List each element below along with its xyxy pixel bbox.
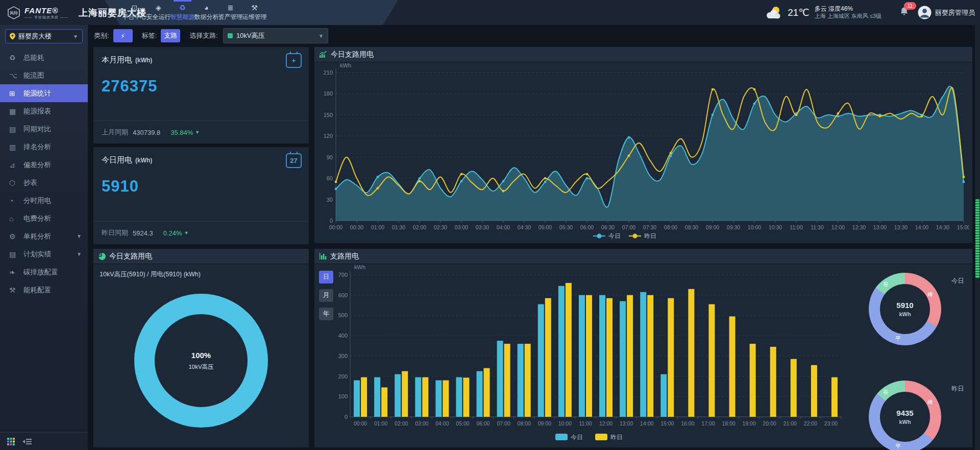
bar-today-07:00 [497, 341, 503, 417]
svg-text:昨日: 昨日 [644, 232, 656, 240]
trend-down-icon: ▼ [195, 130, 200, 135]
donut-subtitle: 10kV高压(5910) / 用电(5910) (kWh) [100, 270, 309, 279]
svg-text:20:00: 20:00 [763, 420, 776, 427]
house-cost-icon: ⌂ [9, 215, 20, 223]
sidebar-item-能流图[interactable]: ⌥能流图 [0, 66, 88, 84]
scrollbar-thumb[interactable] [975, 199, 979, 278]
bar-today-06:00 [477, 371, 483, 417]
sidebar-item-能源报表[interactable]: ▦能源报表 [0, 102, 88, 120]
sidebar-item-label: 排名分析 [23, 143, 51, 152]
report-table-icon: ▦ [9, 107, 20, 115]
nav-item-平台中心[interactable]: ⊡平台中心 [122, 0, 146, 25]
sidebar-item-总能耗[interactable]: ♻总能耗 [0, 49, 88, 66]
notifications-bell[interactable]: 11 [900, 7, 909, 18]
apps-grid-icon[interactable] [7, 438, 15, 445]
notification-count-badge: 11 [904, 2, 916, 10]
recycle-icon: ♻ [9, 54, 20, 62]
sidebar-item-电费分析[interactable]: ⌂电费分析 [0, 209, 88, 227]
svg-text:07:00: 07:00 [497, 420, 510, 427]
card-title: 今日用电 [102, 155, 132, 165]
svg-text:14:00: 14:00 [640, 420, 653, 427]
logo-hexagon-icon: 风特 [7, 6, 20, 19]
svg-text:400: 400 [338, 333, 348, 339]
chevron-down-icon: ▼ [73, 34, 78, 39]
svg-text:16:00: 16:00 [681, 420, 694, 427]
legend-item-今日[interactable]: 今日 [555, 434, 583, 441]
svg-text:09:30: 09:30 [727, 224, 740, 230]
svg-text:11:00: 11:00 [579, 420, 592, 427]
segment-label-谷: 谷 [883, 389, 889, 396]
header-right: 21℃ 多云 湿度46% 上海 上海城区 东南风 ≤3级 11 丽婴房管理员 [764, 0, 975, 25]
nav-item-资产管理[interactable]: ≣资产管理 [218, 0, 242, 25]
sidebar-item-同期对比[interactable]: ▤同期对比 [0, 120, 88, 138]
svg-text:10:00: 10:00 [558, 420, 572, 427]
svg-text:13:00: 13:00 [873, 224, 887, 230]
sidebar-item-能源统计[interactable]: ⊞能源统计 [0, 84, 88, 102]
svg-text:14:30: 14:30 [936, 224, 949, 230]
sidebar-item-抄表[interactable]: ⬡抄表 [0, 174, 88, 192]
user-menu[interactable]: 丽婴房管理员 [918, 6, 975, 19]
nav-item-数据分析[interactable]: ◕数据分析 [194, 0, 218, 25]
segment-label-峰: 峰 [928, 291, 934, 298]
sidebar-item-偏差分析[interactable]: ⊿偏差分析 [0, 156, 88, 174]
peak-valley-donut: 9435kWh峰平谷 [869, 381, 941, 450]
sidebar-item-label: 总能耗 [23, 53, 44, 62]
nav-item-安全运行[interactable]: ◈安全运行 [146, 0, 170, 25]
category-electric-button[interactable]: ⚡ [113, 29, 133, 42]
calendar-day-icon[interactable]: 27 [286, 153, 302, 168]
month-usage-card: 本月用电 (kWh) + 276375 上月同期 430739.8 35.84%… [93, 47, 309, 144]
legend-item-昨日[interactable]: 昨日 [595, 434, 623, 441]
avatar [918, 6, 932, 19]
svg-text:05:00: 05:00 [456, 420, 469, 427]
chevron-down-icon: ▼ [77, 251, 82, 257]
svg-text:09:00: 09:00 [706, 224, 719, 230]
collapse-menu-icon[interactable] [22, 438, 32, 445]
bar-yesterday-19:00 [750, 344, 756, 417]
svg-text:12:00: 12:00 [831, 224, 845, 230]
bar-card-title: 支路用电 [330, 252, 359, 261]
building-selector[interactable]: 丽婴房大楼 ▼ [5, 29, 83, 43]
svg-text:00:00: 00:00 [329, 224, 342, 230]
logo-text: FANTE® [24, 7, 68, 14]
sidebar-item-碳排放配置[interactable]: ❧碳排放配置 [0, 263, 88, 281]
sidebar-item-分时用电[interactable]: ◔分时用电 [0, 192, 88, 209]
bar-today-03:00 [415, 377, 421, 417]
today-usage-card: 今日用电 (kWh) 27 5910 昨日同期 5924.3 0.24% ▼ [93, 147, 309, 244]
bar-yesterday-08:00 [525, 344, 531, 417]
platform-icon: ⊡ [132, 4, 138, 12]
sidebar-item-计划实绩[interactable]: ▤计划实绩▼ [0, 245, 88, 263]
nav-item-运维管理[interactable]: ⚒运维管理 [242, 0, 266, 25]
sidebar-item-排名分析[interactable]: ▥排名分析 [0, 138, 88, 156]
svg-text:150: 150 [324, 112, 333, 118]
svg-text:06:00: 06:00 [580, 224, 594, 230]
calendar-compare-icon: ▤ [9, 125, 20, 133]
nav-item-label: 平台中心 [122, 13, 147, 21]
svg-text:300: 300 [338, 353, 348, 359]
bar-today-14:00 [640, 292, 646, 417]
today-branch-line-card: 今日支路用电 0306090120150180210kWh00:0000:300… [314, 47, 972, 243]
bar-yesterday-22:00 [811, 365, 817, 417]
nav-item-智慧能源[interactable]: ♻智慧能源 [170, 0, 194, 25]
sidebar-item-label: 能源报表 [23, 107, 51, 116]
nav-item-label: 资产管理 [218, 13, 243, 21]
donut-value: 5910 [896, 301, 913, 310]
bar-yesterday-15:00 [668, 298, 674, 417]
sidebar-item-能耗配置[interactable]: ⚒能耗配置 [0, 281, 88, 299]
branch-selector[interactable]: 10kV高压 ▼ [223, 28, 328, 43]
svg-text:10:30: 10:30 [769, 224, 782, 230]
legend-item-昨日[interactable]: 昨日 [629, 232, 656, 240]
svg-text:120: 120 [324, 133, 333, 139]
svg-text:60: 60 [327, 175, 333, 181]
legend-item-今日[interactable]: 今日 [593, 232, 621, 240]
peak-valley-donut: 5910kWh峰平谷 [869, 273, 941, 345]
sidebar-item-单耗分析[interactable]: ⚙单耗分析▼ [0, 227, 88, 245]
bar-today-01:00 [374, 377, 380, 417]
tag-branch-button[interactable]: 支路 [161, 29, 180, 42]
svg-text:23:00: 23:00 [824, 420, 838, 427]
svg-text:04:00: 04:00 [497, 224, 510, 230]
scrollbar-track[interactable] [975, 25, 980, 450]
svg-text:02:30: 02:30 [434, 224, 447, 230]
calendar-add-icon[interactable]: + [286, 53, 302, 68]
bar-today-11:00 [579, 295, 585, 417]
bar-yesterday-00:00 [361, 377, 367, 417]
